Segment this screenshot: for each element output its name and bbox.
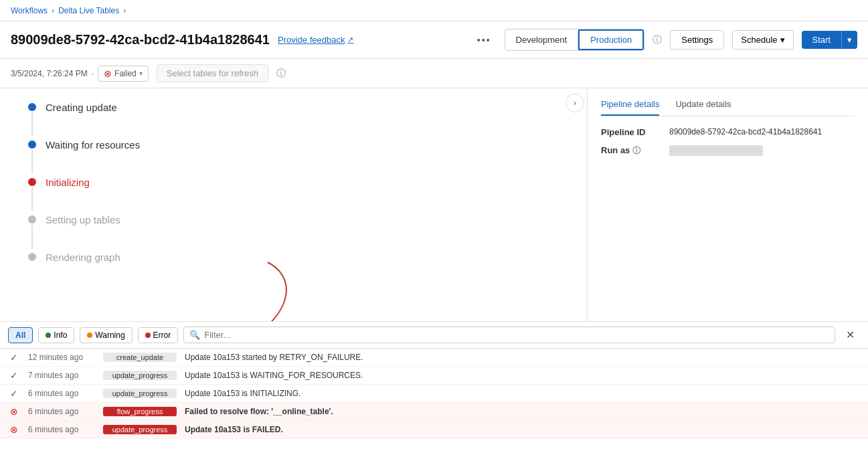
log-message: Update 10a153 is INITIALIZING. [185, 389, 860, 398]
run-date: 3/5/2024, 7:26:24 PM [11, 69, 88, 78]
run-as-value [669, 145, 763, 156]
pipeline-step: Creating update [27, 102, 560, 136]
top-nav-bar: Workflows › Delta Live Tables › [0, 0, 868, 21]
error-dot-icon [145, 333, 151, 338]
schedule-button[interactable]: Schedule ▾ [732, 30, 793, 50]
pipeline-id-value: 89009de8-5792-42ca-bcd2-41b4a1828641 [669, 127, 822, 136]
run-separator: · [92, 69, 94, 78]
step-connector [27, 177, 37, 211]
success-icon: ✓ [8, 370, 20, 381]
run-as-label: Run as ⓘ [601, 145, 661, 157]
log-message: Failed to resolve flow: '__online_table'… [185, 407, 860, 416]
error-icon: ⊗ [8, 424, 20, 435]
filter-all-button[interactable]: All [8, 327, 33, 343]
log-message: Update 10a153 started by RETRY_ON_FAILUR… [185, 353, 860, 362]
schedule-chevron-icon: ▾ [780, 35, 785, 45]
environment-info-icon[interactable]: ⓘ [653, 34, 662, 46]
feedback-link[interactable]: Provide feedback ↗ [278, 35, 353, 45]
step-dot [28, 103, 36, 111]
select-tables-button[interactable]: Select tables for refresh [157, 64, 268, 82]
feedback-label: Provide feedback [278, 35, 345, 45]
tab-pipeline-details[interactable]: Pipeline details [601, 99, 659, 116]
panel-tabs: Pipeline details Update details [601, 99, 855, 116]
step-dot [28, 253, 36, 261]
log-row: ✓ 7 minutes ago update_progress Update 1… [0, 367, 868, 385]
log-time: 6 minutes ago [28, 407, 95, 416]
step-connector-line [31, 225, 33, 249]
log-message: Update 10a153 is WAITING_FOR_RESOURCES. [185, 371, 860, 380]
start-button-group[interactable]: Start ▾ [802, 31, 857, 49]
step-connector [27, 214, 37, 249]
external-link-icon: ↗ [347, 35, 353, 44]
filter-info-button[interactable]: Info [38, 327, 74, 343]
select-tables-info-icon[interactable]: ⓘ [276, 68, 286, 80]
filter-error-button[interactable]: Error [138, 327, 179, 343]
pipeline-step: Rendering graph [27, 252, 560, 263]
step-label: Rendering graph [46, 252, 120, 263]
log-tag: create_update [103, 353, 177, 362]
step-label: Initializing [46, 177, 90, 188]
breadcrumb-sep1: › [52, 6, 54, 15]
log-row: ✓ 6 minutes ago update_progress Update 1… [0, 385, 868, 403]
tab-update-details[interactable]: Update details [675, 99, 731, 116]
pipeline-id-label: Pipeline ID [601, 127, 661, 137]
failed-status-badge[interactable]: ⊗ Failed ▾ [98, 66, 149, 82]
log-tag: update_progress [103, 371, 177, 380]
start-caret-icon[interactable]: ▾ [841, 31, 857, 49]
step-connector-line [31, 150, 33, 174]
log-time: 7 minutes ago [28, 371, 95, 380]
development-button[interactable]: Development [505, 31, 579, 49]
log-row: ⊗ 6 minutes ago update_progress Update 1… [0, 421, 868, 439]
filter-error-label: Error [153, 331, 171, 340]
pipeline-id-row: Pipeline ID 89009de8-5792-42ca-bcd2-41b4… [601, 127, 855, 137]
log-tag: update_progress [103, 389, 177, 398]
step-connector-line [31, 187, 33, 211]
breadcrumb-sep2: › [123, 6, 126, 15]
log-time: 6 minutes ago [28, 389, 95, 398]
step-label: Setting up tables [46, 214, 120, 225]
step-label: Creating update [46, 102, 117, 113]
breadcrumb-delta-live[interactable]: Delta Live Tables [58, 6, 119, 15]
pipeline-step: Waiting for resources [27, 139, 560, 174]
pipeline-step: Setting up tables [27, 214, 560, 249]
info-dot-icon [46, 333, 51, 338]
run-as-info-icon[interactable]: ⓘ [632, 146, 640, 155]
pipeline-step: Initializing [27, 177, 560, 211]
more-options-button[interactable]: ••• [472, 32, 497, 48]
log-area: All Info Warning Error 🔍 ✕ ✓ 12 minutes … [0, 321, 868, 455]
failed-dot-icon: ⊗ [104, 68, 112, 79]
filter-warning-button[interactable]: Warning [80, 327, 132, 343]
log-row: ✓ 12 minutes ago create_update Update 10… [0, 349, 868, 367]
log-toolbar: All Info Warning Error 🔍 ✕ [0, 322, 868, 349]
right-panel: Pipeline details Update details Pipeline… [587, 88, 868, 321]
log-time: 12 minutes ago [28, 353, 95, 362]
breadcrumb-workflows[interactable]: Workflows [11, 6, 48, 15]
step-connector [27, 102, 37, 136]
step-dot [28, 141, 36, 149]
filter-all-label: All [15, 331, 25, 340]
step-label: Waiting for resources [46, 139, 140, 151]
page-header: 89009de8-5792-42ca-bcd2-41b4a1828641 Pro… [0, 21, 868, 59]
step-dot [28, 215, 36, 223]
run-info: 3/5/2024, 7:26:24 PM · ⊗ Failed ▾ [11, 66, 149, 82]
settings-button[interactable]: Settings [670, 30, 724, 50]
filter-input[interactable] [204, 330, 829, 340]
production-button[interactable]: Production [578, 29, 644, 50]
pipeline-id-title: 89009de8-5792-42ca-bcd2-41b4a1828641 [11, 32, 270, 48]
pipeline-steps-panel: › Creating update Waiting for resources … [0, 88, 587, 321]
collapse-panel-button[interactable]: › [566, 94, 584, 112]
run-as-row: Run as ⓘ [601, 145, 855, 157]
log-tag: flow_progress [103, 407, 177, 416]
select-tables-label: Select tables for refresh [167, 68, 258, 78]
failed-chevron-icon: ▾ [139, 70, 143, 77]
breadcrumb: Workflows › Delta Live Tables › [11, 6, 126, 15]
environment-toggle: Development Production [505, 29, 645, 51]
log-row: ⊗ 6 minutes ago flow_progress Failed to … [0, 403, 868, 421]
start-label: Start [802, 31, 841, 49]
log-rows: ✓ 12 minutes ago create_update Update 10… [0, 349, 868, 455]
warning-dot-icon [87, 333, 92, 338]
schedule-label: Schedule [741, 35, 777, 45]
close-log-button[interactable]: ✕ [841, 326, 860, 344]
step-connector [27, 252, 37, 261]
main-content: › Creating update Waiting for resources … [0, 88, 868, 321]
